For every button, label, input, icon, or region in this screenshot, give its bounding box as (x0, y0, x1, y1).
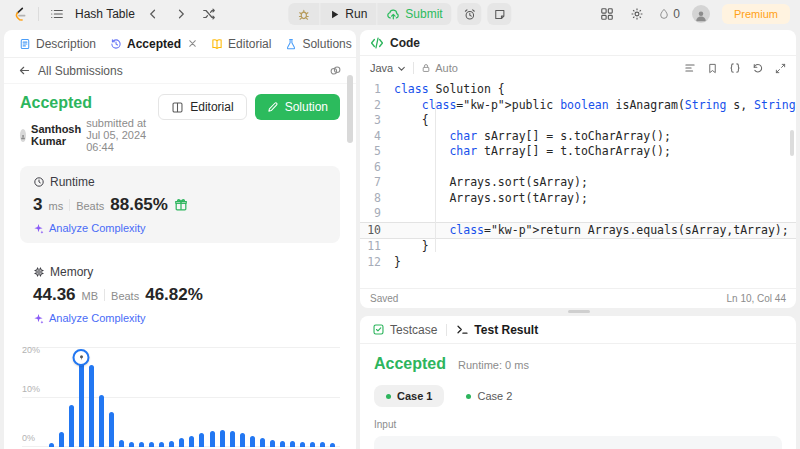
sparkle-icon (33, 223, 44, 234)
distribution-bar[interactable] (328, 347, 338, 447)
runtime-card[interactable]: Runtime 3 ms Beats 88.65% Analyze Comple… (20, 166, 340, 243)
analyze-complexity-link[interactable]: Analyze Complexity (33, 312, 327, 324)
expand-editor-icon[interactable] (775, 63, 786, 74)
distribution-bar[interactable] (318, 347, 328, 447)
distribution-bar[interactable] (177, 347, 187, 447)
distribution-bar[interactable] (167, 347, 177, 447)
editor-line[interactable]: 12} (360, 255, 796, 271)
tab-solutions[interactable]: Solutions (278, 37, 356, 51)
editor-line[interactable]: 7 Arrays.sort(sArray); (360, 175, 796, 191)
problem-list-icon[interactable] (47, 4, 67, 24)
autosave-indicator[interactable]: Auto (421, 62, 458, 74)
code-icon (370, 36, 384, 50)
prev-question-icon[interactable] (143, 4, 163, 24)
editorial-button[interactable]: Editorial (158, 94, 246, 120)
distribution-bar[interactable] (207, 347, 217, 447)
distribution-bar[interactable] (237, 347, 247, 447)
leetcode-logo[interactable] (10, 4, 30, 24)
distribution-bar[interactable] (46, 347, 56, 447)
run-button[interactable]: Run (320, 3, 376, 25)
save-status: Saved (370, 293, 398, 304)
history-icon (110, 38, 122, 50)
case-1-tab[interactable]: Case 1 (374, 385, 444, 407)
debug-button[interactable] (288, 3, 319, 25)
submit-button[interactable]: Submit (377, 3, 451, 25)
distribution-bar[interactable] (217, 347, 227, 447)
tab-testcase[interactable]: Testcase (372, 323, 437, 337)
all-submissions-label[interactable]: All Submissions (38, 64, 123, 78)
problem-title[interactable]: Hash Table (75, 7, 135, 21)
flask-icon (285, 38, 297, 50)
editor-line[interactable]: 11 } (360, 239, 796, 255)
cursor-position: Ln 10, Col 44 (727, 293, 787, 304)
distribution-bar[interactable] (298, 347, 308, 447)
braces-icon[interactable] (729, 62, 741, 74)
close-tab-icon[interactable] (188, 39, 197, 48)
editor-line[interactable]: 8 Arrays.sort(tArray); (360, 191, 796, 207)
tab-accepted[interactable]: Accepted (103, 37, 204, 51)
distribution-bar[interactable] (308, 347, 318, 447)
test-result-runtime: Runtime: 0 ms (458, 359, 529, 371)
distribution-bar[interactable] (127, 347, 137, 447)
runtime-distribution-chart: 20% 10% 0% 5ms10ms15ms20ms25ms 5ms10ms15… (20, 347, 340, 449)
editor-line[interactable]: 2 class="kw-p">public boolean isAnagram(… (360, 98, 796, 114)
layout-icon[interactable] (598, 5, 616, 23)
distribution-bar[interactable] (267, 347, 277, 447)
analyze-complexity-link[interactable]: Analyze Complexity (33, 222, 327, 234)
distribution-bar[interactable] (288, 347, 298, 447)
tab-test-result[interactable]: Test Result (456, 323, 538, 337)
line-number: 6 (360, 160, 394, 176)
memory-card[interactable]: Memory 44.36 MB Beats 46.82% Analyze Com… (20, 256, 340, 333)
premium-button[interactable]: Premium (722, 4, 790, 24)
distribution-bar[interactable] (56, 347, 66, 447)
tab-description[interactable]: Description (12, 37, 103, 51)
shuffle-icon[interactable] (199, 4, 219, 24)
runtime-distribution-bars[interactable] (46, 347, 338, 447)
copy-link-icon[interactable] (329, 64, 342, 77)
case-2-tab[interactable]: Case 2 (454, 385, 524, 407)
code-editor[interactable]: 1class Solution {2 class="kw-p">public b… (360, 80, 796, 288)
daily-streak[interactable]: 0 (658, 7, 680, 21)
distribution-bar[interactable] (227, 347, 237, 447)
distribution-bar[interactable] (187, 347, 197, 447)
user-avatar[interactable] (692, 5, 710, 23)
testcase-input[interactable]: s = "anagram" (374, 436, 782, 449)
next-question-icon[interactable] (171, 4, 191, 24)
editor-scrollbar[interactable] (790, 130, 794, 156)
reset-code-icon[interactable] (752, 62, 764, 74)
distribution-bar[interactable] (137, 347, 147, 447)
distribution-bar[interactable] (96, 347, 106, 447)
distribution-bar[interactable] (147, 347, 157, 447)
notes-button[interactable] (488, 3, 512, 25)
editor-line[interactable]: 6 (360, 160, 796, 176)
timer-button[interactable] (458, 3, 482, 25)
language-selector[interactable]: Java (370, 62, 406, 74)
distribution-bar[interactable] (116, 347, 126, 447)
solution-button[interactable]: Solution (255, 94, 340, 120)
editor-tab-code[interactable]: Code (390, 36, 420, 50)
editor-line[interactable]: 1class Solution { (360, 82, 796, 98)
editor-line[interactable]: 9 (360, 206, 796, 222)
distribution-bar[interactable] (157, 347, 167, 447)
editor-line[interactable]: 10 class="kw-p">return Arrays.equals(sAr… (360, 222, 796, 240)
distribution-bar[interactable] (257, 347, 267, 447)
distribution-bar[interactable] (197, 347, 207, 447)
distribution-bar[interactable] (247, 347, 257, 447)
distribution-bar[interactable] (277, 347, 287, 447)
panel-resize-handle[interactable] (568, 310, 590, 313)
your-submission-marker[interactable] (73, 349, 90, 366)
settings-gear-icon[interactable] (628, 5, 646, 23)
format-code-icon[interactable] (684, 62, 696, 74)
editor-line[interactable]: 5 char tArray[] = t.toCharArray(); (360, 144, 796, 160)
code-editor-panel: Code Java Auto 1class Solution {2 class=… (360, 30, 796, 308)
back-arrow-icon[interactable] (18, 64, 31, 77)
distribution-bar[interactable] (106, 347, 116, 447)
left-scrollbar[interactable] (347, 75, 353, 143)
line-number: 10 (360, 223, 394, 239)
editor-line[interactable]: 3 { (360, 113, 796, 129)
editor-line[interactable]: 4 char sArray[] = s.toCharArray(); (360, 129, 796, 145)
tab-editorial[interactable]: Editorial (204, 37, 278, 51)
left-tabbar: Description Accepted Editorial Solutions… (4, 30, 356, 58)
bookmark-icon[interactable] (707, 63, 718, 74)
input-label: Input (374, 419, 782, 430)
